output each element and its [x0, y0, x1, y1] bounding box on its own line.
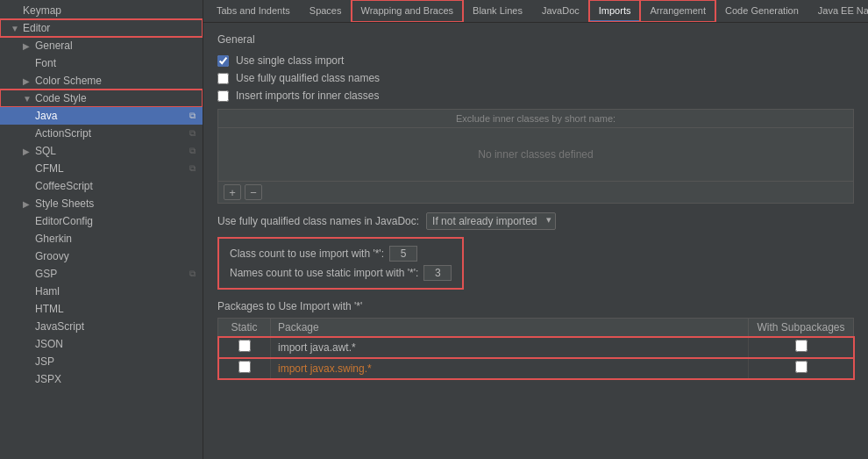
packages-table: Static Package With Subpackages import j… — [217, 318, 854, 379]
exclude-box-footer: + − — [218, 181, 853, 203]
sidebar-item-json[interactable]: JSON — [0, 335, 203, 353]
packages-title: Packages to Use Import with '*' — [217, 300, 854, 312]
sidebar-label-java: Java — [35, 110, 57, 122]
tab-tabs-indents[interactable]: Tabs and Indents — [207, 0, 300, 22]
sidebar-label-editorconfig: EditorConfig — [35, 215, 93, 227]
sidebar-label-actionscript: ActionScript — [35, 127, 91, 140]
exclude-box-body: No inner classes defined — [218, 128, 853, 181]
sidebar-label-coffeescript: CoffeeScript — [35, 180, 93, 192]
pkg-subpackages-cell-0 — [749, 337, 854, 358]
tab-blank-lines[interactable]: Blank Lines — [463, 0, 532, 22]
checkbox-insert-imports[interactable] — [217, 90, 229, 102]
pkg-name-0: import java.awt.* — [278, 341, 356, 354]
sidebar-label-gherkin: Gherkin — [35, 233, 72, 245]
javadoc-select[interactable]: If not already imported Always Never — [426, 212, 556, 230]
tab-javadoc[interactable]: JavaDoc — [532, 0, 589, 22]
javadoc-label: Use fully qualified class names in JavaD… — [217, 215, 419, 227]
pkg-static-checkbox-1[interactable] — [238, 361, 251, 373]
sidebar-item-java[interactable]: Java ⧉ — [0, 107, 203, 125]
sidebar-item-color-scheme[interactable]: ▶ Color Scheme — [0, 72, 203, 90]
checkbox-row-single-class: Use single class import — [217, 54, 854, 67]
no-inner-classes-label: No inner classes defined — [478, 148, 593, 161]
sidebar-item-jsp[interactable]: JSP — [0, 353, 203, 370]
sidebar-item-style-sheets[interactable]: ▶ Style Sheets — [0, 195, 203, 212]
sidebar-label-color-scheme: Color Scheme — [35, 75, 102, 87]
sidebar-item-font[interactable]: Font — [0, 54, 203, 72]
sidebar-item-gsp[interactable]: GSP ⧉ — [0, 265, 203, 283]
sidebar-item-actionscript[interactable]: ActionScript ⧉ — [0, 125, 203, 142]
copy-icon-sql: ⧉ — [189, 146, 196, 156]
sidebar-label-json: JSON — [35, 338, 63, 350]
sidebar-label-sql: SQL — [35, 145, 56, 157]
exclude-box: Exclude inner classes by short name: No … — [217, 109, 854, 204]
label-insert-imports: Insert imports for inner classes — [236, 90, 379, 102]
pkg-static-checkbox-0[interactable] — [238, 340, 251, 352]
pkg-static-cell-0 — [218, 337, 271, 358]
general-section-title: General — [217, 33, 854, 46]
javadoc-select-wrapper: If not already imported Always Never — [426, 212, 556, 230]
sidebar-item-sql[interactable]: ▶ SQL ⧉ — [0, 142, 203, 160]
sidebar-item-code-style[interactable]: ▼ Code Style — [0, 90, 203, 107]
tab-java-ee-names[interactable]: Java EE Names — [808, 0, 868, 22]
checkbox-single-class-import[interactable] — [217, 55, 229, 67]
sidebar-label-haml: Haml — [35, 285, 60, 298]
tab-spaces[interactable]: Spaces — [300, 0, 352, 22]
code-style-arrow: ▼ — [23, 94, 35, 104]
names-count-row: Names count to use static import with '*… — [230, 265, 452, 281]
tabs-bar: Tabs and Indents Spaces Wrapping and Bra… — [203, 0, 868, 23]
sidebar-label-editor: Editor — [23, 22, 50, 34]
pkg-subpackages-checkbox-0[interactable] — [795, 340, 808, 352]
tab-imports[interactable]: Imports — [589, 0, 641, 22]
style-sheets-arrow: ▶ — [23, 199, 35, 209]
counts-box: Class count to use import with '*': Name… — [217, 237, 464, 290]
checkbox-fully-qualified[interactable] — [217, 73, 229, 84]
table-row: import javax.swing.* — [218, 358, 854, 379]
col-header-package: Package — [271, 319, 749, 337]
sidebar-label-javascript: JavaScript — [35, 320, 84, 333]
sidebar-item-haml[interactable]: Haml — [0, 283, 203, 300]
checkbox-row-insert-imports: Insert imports for inner classes — [217, 90, 854, 102]
sidebar-label-font: Font — [35, 57, 56, 69]
sidebar-label-cfml: CFML — [35, 162, 64, 175]
names-count-input[interactable] — [423, 265, 452, 281]
names-count-label: Names count to use static import with '*… — [230, 267, 418, 279]
label-single-class-import: Use single class import — [236, 54, 344, 67]
javadoc-row: Use fully qualified class names in JavaD… — [217, 212, 854, 230]
copy-icon-java: ⧉ — [189, 111, 196, 121]
editor-arrow: ▼ — [11, 24, 23, 33]
sidebar-item-editor[interactable]: ▼ Editor — [0, 19, 203, 37]
pkg-static-cell-1 — [218, 358, 271, 379]
sql-arrow: ▶ — [23, 147, 35, 156]
tab-wrapping-braces[interactable]: Wrapping and Braces — [352, 0, 464, 22]
sidebar-item-gherkin[interactable]: Gherkin — [0, 230, 203, 247]
packages-table-header: Static Package With Subpackages — [218, 319, 854, 337]
pkg-name-cell-1: import javax.swing.* — [271, 358, 749, 379]
sidebar-label-jsp: JSP — [35, 355, 54, 368]
sidebar-label-code-style: Code Style — [35, 92, 87, 104]
sidebar-label-general: General — [35, 39, 73, 52]
sidebar-item-javascript[interactable]: JavaScript — [0, 318, 203, 335]
sidebar-item-groovy[interactable]: Groovy — [0, 247, 203, 265]
sidebar-item-keymap[interactable]: Keymap — [0, 2, 203, 19]
sidebar-item-html[interactable]: HTML — [0, 300, 203, 318]
copy-icon-gsp: ⧉ — [189, 269, 196, 279]
sidebar: Keymap ▼ Editor ▶ General Font ▶ Color S… — [0, 0, 203, 459]
add-inner-class-button[interactable]: + — [224, 184, 241, 200]
sidebar-item-coffeescript[interactable]: CoffeeScript — [0, 177, 203, 195]
sidebar-item-cfml[interactable]: CFML ⧉ — [0, 160, 203, 177]
general-arrow: ▶ — [23, 41, 35, 51]
packages-table-body: import java.awt.* import javax.swing.* — [218, 337, 854, 379]
copy-icon-cfml: ⧉ — [189, 163, 196, 174]
tab-code-generation[interactable]: Code Generation — [715, 0, 808, 22]
checkbox-row-fully-qualified: Use fully qualified class names — [217, 72, 854, 84]
content-area: General Use single class import Use full… — [203, 23, 868, 459]
pkg-subpackages-checkbox-1[interactable] — [795, 361, 808, 373]
sidebar-item-general[interactable]: ▶ General — [0, 37, 203, 54]
sidebar-item-jspx[interactable]: JSPX — [0, 370, 203, 388]
sidebar-item-editorconfig[interactable]: EditorConfig — [0, 212, 203, 230]
col-header-static: Static — [218, 319, 271, 337]
remove-inner-class-button[interactable]: − — [245, 184, 262, 200]
class-count-input[interactable] — [389, 246, 417, 262]
tab-arrangement[interactable]: Arrangement — [640, 0, 715, 22]
pkg-name-cell-0: import java.awt.* — [271, 337, 749, 358]
